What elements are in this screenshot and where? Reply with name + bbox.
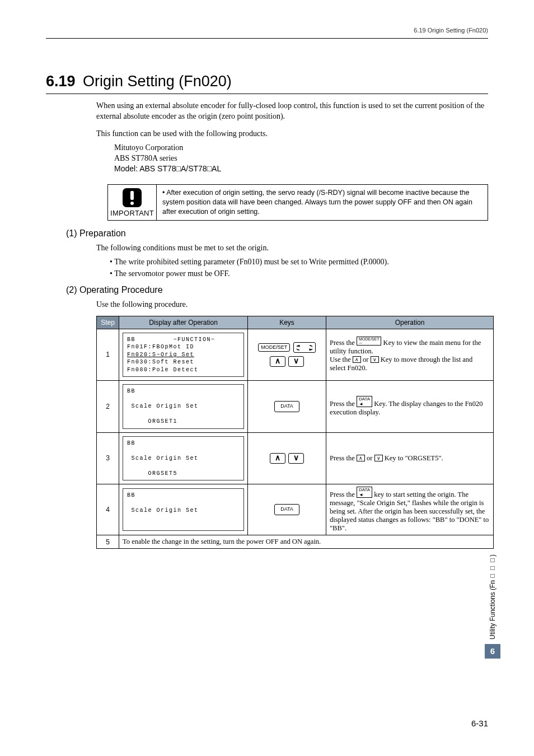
running-header: 6.19 Origin Setting (Fn020) (414, 27, 488, 34)
important-label: IMPORTANT (110, 209, 154, 217)
keys-cell: ∧ ∨ (248, 432, 326, 484)
body-text: When using an external absolute encoder … (96, 101, 488, 174)
important-box: IMPORTANT • After execution of origin se… (107, 184, 488, 221)
th-operation: Operation (326, 316, 494, 329)
lcd-screen: BB −FUNCTION− Fn01F:FBOpMot ID Fn020:S−O… (123, 333, 244, 377)
intro-para-2: This function can be used with the follo… (96, 129, 488, 139)
op-text: Press the (330, 339, 357, 347)
op-text: or (361, 356, 371, 363)
operation-cell: Press the MODE/SET↔ Key to view the main… (326, 329, 494, 381)
display-cell: BB Scale Origin Set ORGSET5 (119, 432, 248, 484)
operation-cell: Press the ∧ or ∨ Key to "ORGSET5". (326, 432, 494, 484)
lcd-screen: BB Scale Origin Set (123, 488, 244, 531)
step-num: 2 (97, 381, 119, 433)
step-num: 4 (97, 484, 119, 535)
subsection-heading: (2) Operating Procedure (66, 285, 488, 295)
product-line: Model: ABS ST78□A/ST78□AL (114, 164, 488, 174)
side-tab-number: 6 (485, 644, 500, 659)
header-rule (46, 38, 488, 39)
product-list: Mitutoyo Corporation ABS ST780A series M… (114, 143, 488, 175)
sub2-para: Use the following procedure. (96, 300, 488, 310)
table-row: 3 BB Scale Origin Set ORGSET5 ∧ ∨ Press … (97, 432, 494, 484)
mode-set-key-icon: MODE/SET (258, 343, 290, 352)
section-title: 6.19 Origin Setting (Fn020) (46, 73, 488, 90)
procedure-table: Step Display after Operation Keys Operat… (96, 316, 494, 549)
down-key-icon: ∨ (288, 356, 304, 367)
data-key-icon: DATA (274, 401, 299, 412)
display-cell: BB Scale Origin Set (119, 484, 248, 535)
down-key-icon: ∨ (288, 453, 304, 464)
page-content: 6.19 Origin Setting (Fn020) When using a… (46, 73, 488, 549)
title-rule (46, 94, 488, 94)
subsection-heading: (1) Preparation (66, 228, 488, 239)
section-name: Origin Setting (Fn020) (83, 73, 232, 90)
keys-cell: DATA (248, 381, 326, 433)
up-key-icon: ∧ (270, 453, 285, 464)
th-display: Display after Operation (119, 316, 248, 329)
table-row: 5 To enable the change in the setting, t… (97, 535, 494, 549)
side-tab: Utility Functions (Fn□□□) 6 (485, 554, 500, 659)
table-row: 2 BB Scale Origin Set ORGSET1 DATA Press… (97, 381, 494, 433)
keys-cell: MODE/SET ∧ ∨ (248, 329, 326, 381)
side-tab-text: Utility Functions (Fn□□□) (489, 554, 496, 640)
op-text: Press the (330, 454, 357, 462)
op-text: Use the (330, 356, 353, 363)
bullet-list: • The write prohibited setting parameter… (110, 257, 488, 279)
data-key-icon: DATA (274, 504, 299, 515)
op-text: Press the (330, 491, 357, 498)
product-line: ABS ST780A series (114, 153, 488, 164)
th-keys: Keys (248, 316, 326, 329)
scroll-key-icon (293, 342, 316, 353)
op-text: Key to "ORGSET5". (383, 454, 443, 462)
section-number: 6.19 (46, 73, 76, 90)
table-row: 1 BB −FUNCTION− Fn01F:FBOpMot ID Fn020:S… (97, 329, 494, 381)
down-inline-key-icon: ∨ (371, 356, 379, 363)
operation-cell: Press the DATA◄ Key. The display changes… (326, 381, 494, 433)
op-text: or (365, 454, 374, 462)
exclamation-icon (123, 188, 142, 207)
up-inline-key-icon: ∧ (353, 356, 361, 363)
table-row: 4 BB Scale Origin Set DATA Press the DAT… (97, 484, 494, 535)
sub1-para: The following conditions must be met to … (96, 243, 488, 254)
display-cell: BB −FUNCTION− Fn01F:FBOpMot ID Fn020:S−O… (119, 329, 248, 381)
th-step: Step (97, 316, 119, 329)
step-num: 5 (97, 535, 119, 549)
intro-para-1: When using an external absolute encoder … (96, 101, 488, 122)
sub2-body: Use the following procedure. (96, 300, 488, 310)
important-text: • After execution of origin setting, the… (157, 185, 488, 220)
lcd-screen: BB Scale Origin Set ORGSET1 (123, 384, 244, 429)
lcd-screen: BB Scale Origin Set ORGSET5 (123, 436, 244, 481)
up-key-icon: ∧ (270, 356, 285, 367)
step-num: 1 (97, 329, 119, 381)
step-num: 3 (97, 432, 119, 484)
data-inline-key-icon: DATA◄ (357, 487, 372, 498)
important-icon-cell: IMPORTANT (108, 185, 157, 220)
bullet-item: • The servomotor power must be OFF. (110, 269, 488, 279)
display-cell: BB Scale Origin Set ORGSET1 (119, 381, 248, 433)
operation-cell: Press the DATA◄ key to start setting the… (326, 484, 494, 535)
table-header-row: Step Display after Operation Keys Operat… (97, 316, 494, 329)
sub1-body: The following conditions must be met to … (96, 243, 488, 279)
op-text: Press the (330, 400, 357, 408)
data-inline-key-icon: DATA◄ (357, 396, 372, 407)
down-inline-key-icon: ∨ (374, 455, 383, 461)
up-inline-key-icon: ∧ (357, 455, 365, 461)
operation-cell-full: To enable the change in the setting, tur… (119, 535, 494, 549)
bullet-item: • The write prohibited setting parameter… (110, 257, 488, 268)
mode-set-inline-key-icon: MODE/SET↔ (357, 337, 382, 346)
page-number: 6-31 (471, 718, 488, 728)
product-line: Mitutoyo Corporation (114, 143, 488, 153)
keys-cell: DATA (248, 484, 326, 535)
